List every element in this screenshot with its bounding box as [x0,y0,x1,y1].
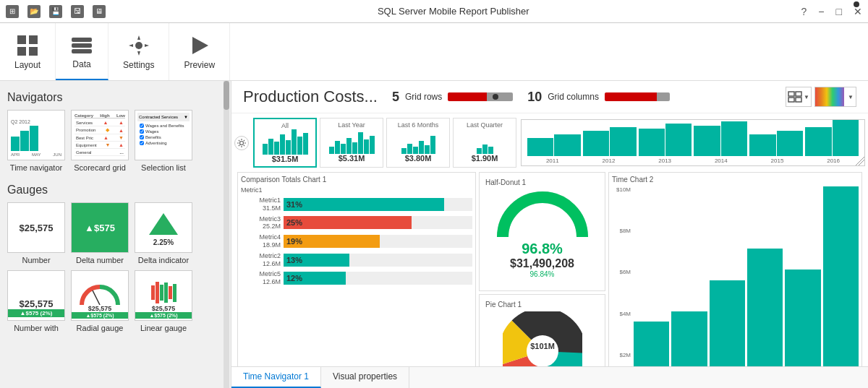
gauge-item-radial[interactable]: $25,575 ▲$575 (2%) Radial gauge [71,270,129,332]
gauge-number-label: Number [22,256,50,264]
half-donut-chart: Half-Donut 1 96.8% $31,490,208 96.84% [479,172,605,291]
maximize-button[interactable]: □ [836,6,842,17]
svg-rect-3 [29,47,38,56]
grid-cols-label: Grid columns [548,92,599,102]
summary-card-lastyear[interactable]: Last Year $5.31M [320,118,383,168]
svg-rect-5 [72,43,92,48]
report-title: Production Costs... [243,87,378,106]
color-scheme-btn[interactable]: ▼ [814,87,856,107]
grid-cols-slider[interactable] [605,92,670,101]
svg-rect-6 [72,49,92,53]
svg-rect-4 [72,38,92,42]
gauge-item-delta-indicator[interactable]: 2.25% Delta indicator [135,202,192,264]
app-icon-1: ⊞ [6,5,19,18]
report-body: All $31.5M [231,113,868,366]
charts-area: All $31.5M [234,116,865,363]
summary-card-lastq[interactable]: Last Quarter $1.90M [453,118,516,168]
bottom-tabs: Time Navigator 1 Visual properties [231,366,868,388]
bar-row-1: Metric1 31.5M 31% [241,197,472,212]
grid-rows-num: 5 [392,90,399,105]
layout-icon [16,34,39,57]
nav-item-selection-list[interactable]: Contracted Services▼ Wages and Benefits … [135,110,192,172]
settings-gear-btn[interactable] [234,136,249,150]
preview-label: Preview [184,60,215,70]
app-icon-4: 🖫 [71,5,84,18]
app-icon-3: 💾 [49,5,62,18]
color-dropdown-arrow: ▼ [846,94,856,100]
gauge-item-number-with[interactable]: $25,575 ▲$575 (2%) Number with [7,270,65,332]
timeline-chart[interactable]: 2011 2012 2013 2014 2015 2016 [521,119,865,166]
svg-rect-11 [788,92,794,96]
svg-marker-9 [149,213,178,235]
gauge-radial-label: Radial gauge [77,324,124,332]
half-donut-percent: 96.8% [522,241,563,257]
comparison-chart: Comparison Totals Chart 1 Metric1 Metric… [237,172,476,366]
summary-card-all[interactable]: All $31.5M [253,118,317,168]
summary-value-lastq: $1.90M [472,154,498,163]
nav-item-scorecard-grid[interactable]: CategoryHighLow Services▲▲ Promotion◆▲ B… [71,110,129,172]
nav-item-time-navigator[interactable]: Q2 2012 APRMAYJUN Time navigator [7,110,65,172]
gauge-item-linear[interactable]: $25,575 ▲$575 (2%) Linear gauge [135,270,192,332]
gauges-list: $25,575 Number ▲$575 Delta number 2.25% [7,202,224,332]
main-container: Navigators Q2 2012 APRMAYJUN [0,81,868,388]
pie-chart: Pie Chart 1 $101M [479,294,605,366]
gauge-radial-thumb: $25,575 ▲$575 (2%) [71,270,129,321]
tab-visual-properties[interactable]: Visual properties [321,367,409,388]
y-label-6m: $6M [613,269,631,275]
gauges-title: Gauges [7,184,224,197]
gauge-linear-label: Linear gauge [140,324,187,332]
help-button[interactable]: ? [801,6,807,17]
y-label-8m: $8M [613,228,631,234]
gauge-delta-number-thumb: ▲$575 [71,202,129,253]
gauge-item-delta-number[interactable]: ▲$575 Delta number [71,202,129,264]
toolbar-preview[interactable]: Preview [169,23,230,80]
grid-rows-slider[interactable] [448,92,513,101]
settings-summary-row: All $31.5M [234,116,865,169]
bottom-charts: Comparison Totals Chart 1 Metric1 Metric… [234,172,865,366]
tl-label-2012: 2012 [603,158,616,164]
layout-toggle-btn[interactable]: ▼ [786,87,812,107]
app-icon-2: 📂 [27,5,41,18]
left-panel: Navigators Q2 2012 APRMAYJUN [0,81,231,388]
settings-icon [127,34,150,57]
gauge-item-number[interactable]: $25,575 Number [7,202,65,264]
bar-row-5: Metric5 12.6M 12% [241,270,472,286]
y-label-4m: $4M [613,311,631,317]
scroll-indicator[interactable] [224,81,229,388]
svg-rect-1 [29,35,38,44]
summary-cards: All $31.5M [253,118,516,168]
tl-label-2013: 2013 [658,158,671,164]
title-bar-icons: ⊞ 📂 💾 🖫 🖥 [6,5,106,18]
svg-text:$101M: $101M [530,342,555,350]
toolbar-data[interactable]: Data [56,23,109,80]
tl-label-2016: 2016 [827,158,840,164]
scroll-thumb[interactable] [224,81,229,110]
tab-time-navigator-1[interactable]: Time Navigator 1 [231,367,321,388]
toolbar-layout[interactable]: Layout [0,23,56,80]
comparison-chart-title: Comparison Totals Chart 1 [241,176,472,184]
svg-rect-14 [796,98,801,102]
svg-point-15 [240,141,244,145]
gauge-delta-indicator-thumb: 2.25% [135,202,192,253]
time-navigator-label: Time navigator [10,163,62,172]
minimize-button[interactable]: − [818,6,824,17]
resize-handle[interactable] [856,157,864,165]
y-label-2m: $2M [613,352,631,358]
summary-bars-lastyear [329,129,375,154]
gauge-delta-indicator-label: Delta indicator [138,256,189,264]
report-header: Production Costs... 5 Grid rows 10 Grid … [231,81,868,113]
summary-card-last6m[interactable]: Last 6 Months $3.80M [386,118,450,168]
tl-label-2011: 2011 [546,158,559,164]
close-button[interactable]: ✕ [854,6,862,17]
layout-dropdown-arrow: ▼ [804,94,809,100]
right-charts: Half-Donut 1 96.8% $31,490,208 96.84% Pi [479,172,605,366]
gauge-number-with-label: Number with [14,324,59,332]
svg-rect-12 [796,92,801,96]
pie-chart-title: Pie Chart 1 [485,301,522,309]
scorecard-grid-thumb: CategoryHighLow Services▲▲ Promotion◆▲ B… [71,110,129,160]
window-controls[interactable]: ? − □ ✕ [801,6,862,17]
tl-label-2014: 2014 [715,158,728,164]
svg-marker-8 [192,37,208,54]
data-icon [70,33,93,56]
toolbar-settings[interactable]: Settings [109,23,169,80]
